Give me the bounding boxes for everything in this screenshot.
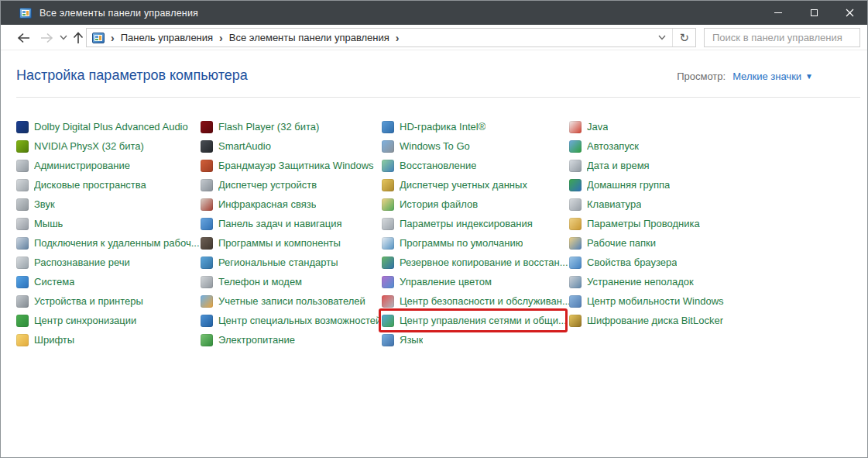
bitlocker-icon bbox=[569, 315, 582, 327]
control-panel-item[interactable]: Инфракрасная связь bbox=[201, 195, 382, 214]
items-column-1: Dolby Digital Plus Advanced AudioNVIDIA … bbox=[16, 117, 201, 350]
control-panel-item[interactable]: Шрифты bbox=[16, 330, 201, 350]
item-label: Windows To Go bbox=[400, 140, 470, 152]
control-panel-item[interactable]: SmartAudio bbox=[201, 136, 382, 156]
close-button[interactable] bbox=[832, 1, 867, 25]
security-maintenance-icon bbox=[382, 295, 394, 308]
control-panel-item[interactable]: Система bbox=[16, 272, 201, 291]
control-panel-breadcrumb-icon bbox=[92, 32, 105, 44]
minimize-button[interactable] bbox=[760, 1, 796, 25]
control-panel-item[interactable]: Flash Player (32 бита) bbox=[201, 117, 382, 136]
window-controls bbox=[760, 1, 867, 25]
control-panel-item[interactable]: Свойства браузера bbox=[569, 253, 859, 272]
page-header: Настройка параметров компьютера Просмотр… bbox=[16, 67, 813, 84]
control-panel-item[interactable]: Дисковые пространства bbox=[16, 175, 201, 195]
control-panel-item[interactable]: Шифрование диска BitLocker bbox=[569, 311, 859, 330]
caret-down-icon: ▼ bbox=[805, 72, 813, 81]
control-panel-item[interactable]: Центр мобильности Windows bbox=[569, 291, 859, 311]
control-panel-item[interactable]: Клавиатура bbox=[569, 195, 859, 214]
item-label: Центр управления сетями и общи... bbox=[400, 315, 567, 326]
item-label: NVIDIA PhysX (32 бита) bbox=[34, 140, 144, 152]
control-panel-item[interactable]: Программы и компоненты bbox=[201, 233, 382, 253]
control-panel-item[interactable]: Телефон и модем bbox=[201, 272, 382, 291]
control-panel-item[interactable]: История файлов bbox=[382, 195, 569, 214]
control-panel-item[interactable]: Подключения к удаленным рабоч... bbox=[16, 233, 201, 253]
control-panel-item[interactable]: Дата и время bbox=[569, 156, 859, 175]
breadcrumb-control-panel[interactable]: Панель управления bbox=[121, 32, 213, 43]
control-panel-item[interactable]: Региональные стандарты bbox=[201, 253, 382, 272]
java-icon bbox=[569, 121, 582, 133]
control-panel-item[interactable]: Брандмауэр Защитника Windows bbox=[201, 156, 382, 175]
control-panel-item[interactable]: Windows To Go bbox=[382, 136, 569, 156]
control-panel-item[interactable]: Параметры Проводника bbox=[569, 214, 859, 233]
control-panel-item[interactable]: Учетные записи пользователей bbox=[201, 291, 382, 311]
item-label: История файлов bbox=[400, 198, 478, 210]
ease-of-access-icon bbox=[201, 315, 213, 327]
items-column-4: JavaАвтозапускДата и времяДомашняя групп… bbox=[569, 117, 859, 350]
control-panel-item[interactable]: Восстановление bbox=[382, 156, 569, 175]
control-panel-item[interactable]: Параметры индексирования bbox=[382, 214, 569, 233]
control-panel-item[interactable]: Домашняя группа bbox=[569, 175, 859, 195]
search-input[interactable] bbox=[705, 32, 853, 43]
control-panel-item[interactable]: Программы по умолчанию bbox=[382, 233, 569, 253]
nvidia-physx-icon bbox=[16, 140, 29, 153]
default-programs-icon bbox=[382, 237, 394, 250]
control-panel-item[interactable]: Диспетчер учетных данных bbox=[382, 175, 569, 195]
view-label: Просмотр: bbox=[677, 71, 726, 82]
control-panel-item[interactable]: Устройства и принтеры bbox=[16, 291, 201, 311]
item-label: SmartAudio bbox=[218, 140, 271, 152]
control-panel-item[interactable]: NVIDIA PhysX (32 бита) bbox=[16, 136, 201, 156]
control-panel-item[interactable]: Резервное копирование и восстан... bbox=[382, 253, 569, 272]
control-panel-item[interactable]: Панель задач и навигация bbox=[201, 214, 382, 233]
control-panel-item[interactable]: HD-графика Intel® bbox=[382, 117, 569, 136]
view-selector: Просмотр: Мелкие значки ▼ bbox=[677, 71, 813, 82]
control-panel-item[interactable]: Звук bbox=[16, 195, 201, 214]
control-panel-item[interactable]: Центр специальных возможностей bbox=[201, 311, 382, 330]
refresh-button[interactable]: ↻ bbox=[673, 31, 695, 45]
sync-center-icon bbox=[16, 315, 29, 327]
item-label: Dolby Digital Plus Advanced Audio bbox=[34, 121, 188, 133]
item-label: Java bbox=[587, 121, 608, 133]
control-panel-item[interactable]: Устранение неполадок bbox=[569, 272, 859, 291]
item-label: Шрифты bbox=[34, 334, 74, 346]
item-label: Управление цветом bbox=[400, 276, 492, 288]
control-panel-item[interactable]: Диспетчер устройств bbox=[201, 175, 382, 195]
forward-button[interactable] bbox=[36, 25, 57, 50]
item-label: Рабочие папки bbox=[587, 237, 656, 249]
control-panel-item[interactable]: Электропитание bbox=[201, 330, 382, 350]
view-dropdown[interactable]: Мелкие значки ▼ bbox=[732, 71, 813, 82]
chevron-right-icon: › bbox=[389, 32, 406, 44]
storage-spaces-icon bbox=[16, 179, 29, 191]
windows-to-go-icon bbox=[382, 140, 394, 153]
address-dropdown-button[interactable] bbox=[652, 29, 672, 46]
item-label: Диспетчер устройств bbox=[218, 179, 317, 191]
control-panel-item[interactable]: Dolby Digital Plus Advanced Audio bbox=[16, 117, 201, 136]
search-box bbox=[704, 28, 860, 47]
address-bar[interactable]: › Панель управления › Все элементы панел… bbox=[86, 28, 696, 47]
control-panel-item[interactable]: Распознавание речи bbox=[16, 253, 201, 272]
control-panel-app-icon bbox=[19, 7, 32, 19]
control-panel-item[interactable]: Java bbox=[569, 117, 859, 136]
back-arrow-icon bbox=[17, 33, 30, 43]
up-arrow-icon bbox=[73, 32, 84, 44]
control-panel-item[interactable]: Управление цветом bbox=[382, 272, 569, 291]
address-bar-controls: ↻ bbox=[652, 29, 695, 46]
control-panel-item[interactable]: Центр синхронизации bbox=[16, 311, 201, 330]
breadcrumb-all-items[interactable]: Все элементы панели управления bbox=[229, 32, 389, 43]
item-label: Автозапуск bbox=[587, 140, 639, 152]
control-panel-item[interactable]: Язык bbox=[382, 330, 569, 350]
control-panel-item[interactable]: Администрирование bbox=[16, 156, 201, 175]
up-button[interactable] bbox=[69, 25, 87, 50]
control-panel-item[interactable]: Мышь bbox=[16, 214, 201, 233]
control-panel-item-highlighted[interactable]: Центр управления сетями и общи... bbox=[382, 311, 569, 330]
control-panel-item[interactable]: Автозапуск bbox=[569, 136, 859, 156]
mouse-icon bbox=[16, 218, 29, 230]
item-label: Брандмауэр Защитника Windows bbox=[218, 160, 374, 171]
maximize-button[interactable] bbox=[796, 1, 832, 25]
back-button[interactable] bbox=[13, 25, 33, 50]
item-label: Клавиатура bbox=[587, 198, 641, 210]
control-panel-item[interactable]: Центр безопасности и обслуживан... bbox=[382, 291, 569, 311]
control-panel-item[interactable]: Рабочие папки bbox=[569, 233, 859, 253]
item-label: Резервное копирование и восстан... bbox=[400, 257, 568, 268]
backup-restore-icon bbox=[382, 257, 394, 269]
